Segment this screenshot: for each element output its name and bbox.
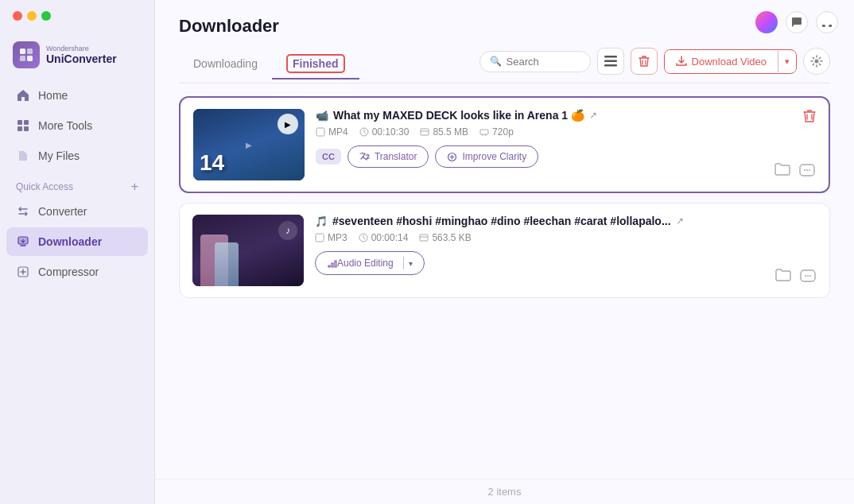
svg-rect-2 [20, 56, 25, 61]
improve-clarity-button[interactable]: Improve Clarity [435, 145, 538, 168]
sidebar: Wondershare UniConverter Home More T [0, 0, 155, 504]
video-duration: 00:10:30 [359, 126, 410, 138]
footer: 2 items [155, 479, 854, 504]
sidebar-item-home-label: Home [38, 89, 68, 102]
open-folder-button[interactable] [774, 162, 790, 180]
sidebar-item-more-tools-label: More Tools [38, 119, 92, 132]
svg-rect-0 [20, 48, 25, 54]
audio-duration: 00:00:14 [359, 232, 409, 243]
toolbar: 🔍 [479, 48, 830, 83]
svg-rect-3 [27, 56, 33, 61]
sidebar-item-more-tools[interactable]: More Tools [6, 111, 148, 140]
sidebar-item-my-files[interactable]: My Files [6, 142, 148, 170]
video-title: What my MAXED DECK looks like in Arena 1… [333, 109, 584, 122]
video-actions: CC Translator Improve Clarity [316, 145, 757, 168]
svg-rect-18 [480, 130, 488, 134]
sidebar-item-downloader-label: Downloader [38, 235, 102, 248]
top-bar [755, 11, 838, 33]
svg-rect-7 [24, 126, 29, 131]
logo-icon [13, 41, 40, 68]
audio-actions: Audio Editing ▾ [315, 251, 758, 275]
audio-bottom-actions [775, 268, 817, 286]
quick-access-nav: Converter Downloader Compressor [0, 197, 154, 286]
user-avatar[interactable] [755, 11, 778, 33]
svg-rect-5 [24, 120, 29, 125]
audio-editing-arrow: ▾ [409, 259, 413, 268]
audio-meta: MP3 00:00:14 563.5 KB [315, 232, 758, 243]
svg-rect-17 [421, 129, 429, 135]
minimize-button[interactable] [27, 11, 37, 21]
settings-button[interactable] [803, 48, 830, 75]
headphone-icon-button[interactable] [816, 11, 838, 33]
sidebar-item-converter[interactable]: Converter [6, 197, 148, 226]
delete-all-button[interactable] [631, 48, 658, 75]
close-button[interactable] [13, 11, 22, 21]
list-view-button[interactable] [597, 48, 624, 75]
finished-tab-label: Finished [286, 54, 345, 73]
audio-title-row: 🎵 #seventeen #hoshi #minghao #dino #leec… [315, 215, 758, 227]
thumb-number: 14 [200, 150, 224, 176]
video-format: MP4 [316, 126, 348, 138]
search-input[interactable] [507, 56, 578, 68]
download-video-button[interactable]: Download Video [665, 50, 778, 73]
maximize-button[interactable] [41, 11, 51, 21]
external-link-icon[interactable]: ↗ [589, 110, 597, 121]
audio-right-actions [769, 215, 817, 286]
svg-rect-15 [316, 128, 324, 136]
svg-rect-11 [604, 56, 617, 58]
svg-rect-12 [604, 60, 617, 63]
download-video-dropdown-button[interactable]: ▾ [778, 51, 796, 72]
grid-icon [16, 118, 30, 133]
add-quick-access-button[interactable]: + [131, 180, 138, 194]
open-folder-button[interactable] [775, 268, 791, 286]
video-thumbnail: ▶ 14 ▶ [193, 109, 305, 180]
video-info: 📹 What my MAXED DECK looks like in Arena… [316, 109, 757, 168]
sidebar-item-my-files-label: My Files [38, 149, 80, 162]
search-icon: 🔍 [490, 56, 502, 67]
video-title-row: 📹 What my MAXED DECK looks like in Arena… [316, 109, 757, 122]
svg-point-14 [815, 60, 819, 64]
cc-badge: CC [316, 149, 341, 165]
logo-name: UniConverter [46, 52, 117, 65]
svg-rect-21 [316, 234, 324, 242]
svg-rect-1 [27, 48, 33, 54]
main-content: Downloader Downloading Finished 🔍 [155, 0, 854, 504]
video-type-icon: 📹 [316, 110, 328, 122]
delete-video-button[interactable] [803, 109, 816, 126]
list-item: ▶ 14 ▶ 📹 What my MAXED DECK looks like i… [179, 96, 830, 193]
audio-type-icon: 🎵 [315, 215, 328, 227]
downloader-icon [16, 235, 30, 249]
sidebar-item-compressor-label: Compressor [38, 266, 99, 278]
sidebar-item-compressor[interactable]: Compressor [6, 258, 148, 286]
video-meta: MP4 00:10:30 85.5 MB 720p [316, 126, 757, 138]
sidebar-item-downloader[interactable]: Downloader [6, 227, 148, 256]
tab-downloading[interactable]: Downloading [179, 51, 272, 79]
music-note-icon: ♪ [278, 221, 297, 240]
download-video-button-group: Download Video ▾ [664, 49, 797, 74]
video-size: 85.5 MB [420, 126, 468, 138]
page-title: Downloader [179, 16, 830, 37]
video-bottom-actions [774, 162, 816, 180]
audio-info: 🎵 #seventeen #hoshi #minghao #dino #leec… [315, 215, 758, 275]
more-options-button[interactable] [798, 163, 816, 180]
svg-rect-4 [17, 120, 22, 125]
audio-title: #seventeen #hoshi #minghao #dino #leecha… [332, 215, 671, 227]
app-logo: Wondershare UniConverter [0, 27, 154, 81]
compressor-icon [16, 265, 30, 279]
audio-editing-button[interactable]: Audio Editing ▾ [315, 251, 425, 275]
main-nav: Home More Tools My Files [0, 81, 154, 170]
improve-clarity-label: Improve Clarity [462, 151, 526, 162]
quick-access-label: Quick Access [16, 181, 73, 192]
video-right-actions [768, 109, 816, 180]
converter-icon [16, 204, 30, 219]
sidebar-item-home[interactable]: Home [6, 81, 148, 110]
more-options-button[interactable] [799, 269, 817, 286]
search-box[interactable]: 🔍 [479, 51, 591, 72]
play-icon: ▶ [278, 114, 298, 134]
svg-rect-13 [604, 64, 617, 67]
tab-finished[interactable]: Finished [272, 51, 359, 79]
translator-button[interactable]: Translator [347, 145, 429, 168]
external-link-icon[interactable]: ↗ [676, 215, 684, 227]
chat-icon-button[interactable] [786, 11, 808, 33]
list-item: ♪ 🎵 #seventeen #hoshi #minghao #dino #le… [179, 203, 830, 298]
